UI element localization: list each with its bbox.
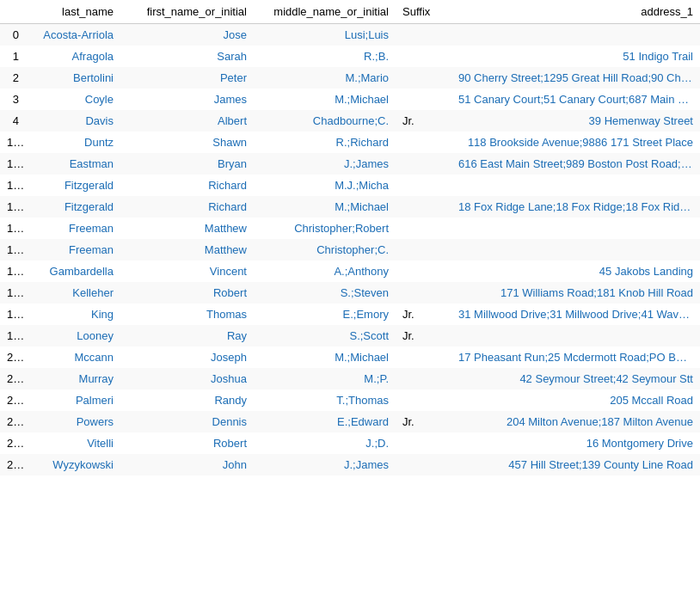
cell-last-name: Gambardella (26, 261, 120, 282)
col-header-middle-name: middle_name_or_initial (254, 0, 396, 24)
cell-middle-name: T.;Thomas (254, 389, 396, 411)
cell-first-name: Ray (120, 325, 254, 346)
table-row: 1AfragolaSarahR.;B.51 Indigo Trail (0, 46, 700, 67)
cell-suffix (396, 282, 451, 304)
cell-last-name: Powers (26, 411, 120, 432)
cell-address: 204 Milton Avenue;187 Milton Avenue (451, 411, 700, 432)
cell-last-name: Acosta-Arriola (26, 24, 120, 46)
cell-index: 25 (0, 454, 26, 475)
cell-first-name: Vincent (120, 261, 254, 282)
table-row: 16GambardellaVincentA.;Anthony45 Jakobs … (0, 261, 700, 282)
cell-first-name: Joshua (120, 368, 254, 389)
cell-first-name: Dennis (120, 411, 254, 432)
cell-address: 616 East Main Street;989 Boston Post Roa… (451, 153, 700, 175)
cell-index: 14 (0, 218, 26, 239)
cell-middle-name: S.;Scott (254, 325, 396, 346)
data-table: last_name first_name_or_initial middle_n… (0, 0, 700, 475)
cell-index: 18 (0, 304, 26, 325)
cell-index: 15 (0, 239, 26, 261)
cell-first-name: James (120, 89, 254, 110)
cell-index: 2 (0, 67, 26, 89)
cell-first-name: Joseph (120, 346, 254, 368)
cell-first-name: Robert (120, 432, 254, 454)
cell-middle-name: J.;James (254, 454, 396, 475)
cell-address (451, 325, 700, 346)
table-row: 22PalmeriRandyT.;Thomas205 Mccall Road (0, 389, 700, 411)
cell-last-name: King (26, 304, 120, 325)
table-header-row: last_name first_name_or_initial middle_n… (0, 0, 700, 24)
cell-first-name: Peter (120, 67, 254, 89)
cell-middle-name: J.;James (254, 153, 396, 175)
cell-last-name: Freeman (26, 239, 120, 261)
cell-suffix (396, 24, 451, 46)
cell-first-name: Richard (120, 175, 254, 196)
cell-middle-name: Chadbourne;C. (254, 110, 396, 132)
table-row: 18KingThomasE.;EmoryJr.31 Millwood Drive… (0, 304, 700, 325)
cell-middle-name: J.;D. (254, 432, 396, 454)
cell-first-name: Robert (120, 282, 254, 304)
cell-suffix: Jr. (396, 411, 451, 432)
cell-first-name: Randy (120, 389, 254, 411)
table-body: 0Acosta-ArriolaJoseLusi;Luis1AfragolaSar… (0, 24, 700, 476)
cell-index: 16 (0, 261, 26, 282)
cell-middle-name: Christopher;Robert (254, 218, 396, 239)
table-row: 19LooneyRayS.;ScottJr. (0, 325, 700, 346)
cell-index: 11 (0, 153, 26, 175)
cell-address (451, 175, 700, 196)
cell-address (451, 24, 700, 46)
cell-last-name: Palmeri (26, 389, 120, 411)
cell-index: 4 (0, 110, 26, 132)
table-row: 11EastmanBryanJ.;James616 East Main Stre… (0, 153, 700, 175)
cell-suffix (396, 153, 451, 175)
cell-suffix (396, 67, 451, 89)
cell-address: 118 Brookside Avenue;9886 171 Street Pla… (451, 132, 700, 153)
table-row: 3CoyleJamesM.;Michael51 Canary Court;51 … (0, 89, 700, 110)
table-row: 2BertoliniPeterM.;Mario90 Cherry Street;… (0, 67, 700, 89)
cell-index: 3 (0, 89, 26, 110)
cell-index: 23 (0, 411, 26, 432)
cell-middle-name: M.;P. (254, 368, 396, 389)
cell-middle-name: M.J.;Micha (254, 175, 396, 196)
table-row: 10DuntzShawnR.;Richard118 Brookside Aven… (0, 132, 700, 153)
cell-first-name: Shawn (120, 132, 254, 153)
cell-suffix (396, 46, 451, 67)
table-row: 0Acosta-ArriolaJoseLusi;Luis (0, 24, 700, 46)
cell-first-name: Richard (120, 196, 254, 218)
cell-middle-name: M.;Mario (254, 67, 396, 89)
cell-middle-name: Lusi;Luis (254, 24, 396, 46)
cell-middle-name: R.;Richard (254, 132, 396, 153)
cell-address: 16 Montgomery Drive (451, 432, 700, 454)
cell-address: 31 Millwood Drive;31 Millwood Drive;41 W… (451, 304, 700, 325)
cell-last-name: Bertolini (26, 67, 120, 89)
cell-suffix (396, 432, 451, 454)
cell-last-name: Vitelli (26, 432, 120, 454)
table-row: 24VitelliRobertJ.;D.16 Montgomery Drive (0, 432, 700, 454)
cell-last-name: Coyle (26, 89, 120, 110)
cell-address: 17 Pheasant Run;25 Mcdermott Road;PO Box… (451, 346, 700, 368)
cell-index: 13 (0, 196, 26, 218)
cell-suffix (396, 132, 451, 153)
cell-last-name: Mccann (26, 346, 120, 368)
table-row: 23PowersDennisE.;EdwardJr.204 Milton Ave… (0, 411, 700, 432)
col-header-suffix: Suffix (396, 0, 451, 24)
cell-suffix: Jr. (396, 304, 451, 325)
table-row: 13FitzgeraldRichardM.;Michael18 Fox Ridg… (0, 196, 700, 218)
cell-middle-name: E.;Edward (254, 411, 396, 432)
cell-middle-name: M.;Michael (254, 89, 396, 110)
cell-address: 457 Hill Street;139 County Line Road (451, 454, 700, 475)
cell-suffix (396, 389, 451, 411)
table-row: 12FitzgeraldRichardM.J.;Micha (0, 175, 700, 196)
cell-suffix (396, 175, 451, 196)
cell-middle-name: S.;Steven (254, 282, 396, 304)
cell-last-name: Wyzykowski (26, 454, 120, 475)
cell-index: 24 (0, 432, 26, 454)
cell-suffix (396, 346, 451, 368)
cell-index: 19 (0, 325, 26, 346)
cell-first-name: Jose (120, 24, 254, 46)
cell-first-name: Albert (120, 110, 254, 132)
cell-last-name: Duntz (26, 132, 120, 153)
col-header-index (0, 0, 26, 24)
cell-first-name: Bryan (120, 153, 254, 175)
cell-first-name: John (120, 454, 254, 475)
table-row: 15FreemanMatthewChristopher;C. (0, 239, 700, 261)
